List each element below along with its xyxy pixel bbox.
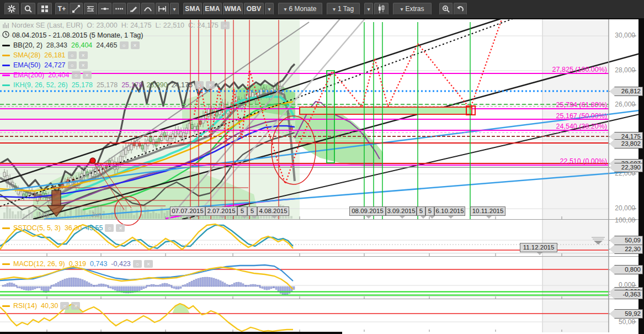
indicator-row-ema200: EMA(200) 20,404 ○ × xyxy=(2,70,230,80)
month-label-jun: Jun xyxy=(91,211,102,219)
period-row: 08.04.2015 - 21.08.2015 (5 Monate, 1 Tag… xyxy=(2,30,230,40)
remove-button[interactable]: × xyxy=(79,51,88,59)
extras-menu-button[interactable]: ▾Extras xyxy=(393,3,432,15)
fibonacci-icon xyxy=(87,5,94,13)
gear-icon xyxy=(8,5,15,13)
date-tag: 10.11.2015 xyxy=(470,206,505,216)
indicator-row-sma: SMA(28) 26,181 ○ × xyxy=(2,50,230,60)
bb-lower-value: 24,465 xyxy=(96,41,117,49)
sma-value: 26,181 xyxy=(44,51,65,59)
rsi-tag-5992: 59,92 xyxy=(609,309,643,319)
text-tool-button[interactable]: T+ xyxy=(55,3,68,15)
bar-chart-icon xyxy=(2,22,9,30)
chevron-down-icon: ▾ xyxy=(284,6,286,12)
indicator-row-ikh: IKH(9, 26, 52, 26) 25,178 25,178 25,178 … xyxy=(2,80,230,90)
ema-button[interactable]: EMA xyxy=(203,3,222,15)
rsi-swatch xyxy=(2,305,10,307)
visibility-button[interactable]: ○ xyxy=(105,224,114,232)
layout-button[interactable] xyxy=(38,3,52,15)
date-tag-sstoc: 11.12.2015 xyxy=(520,243,557,252)
arc-icon xyxy=(144,5,152,13)
range-label: 6 Monate xyxy=(289,5,316,13)
remove-button[interactable]: × xyxy=(144,260,153,268)
chart-type-button[interactable] xyxy=(374,3,388,15)
wma-button[interactable]: WMA xyxy=(223,3,243,15)
measure-tool-button[interactable] xyxy=(156,3,169,15)
chevron-down-icon: ▾ xyxy=(367,6,370,12)
indicator-row-bb: BB(20, 2) 28,343 26,404 24,465 ○ × xyxy=(2,40,230,50)
remove-button[interactable]: × xyxy=(206,81,215,89)
dotted-line-tool-button[interactable] xyxy=(113,3,126,15)
ikh-chikou-value: 24,175 xyxy=(172,81,193,89)
high-label: H: xyxy=(121,22,129,29)
fib-label-618: 25,794 (61.80%) xyxy=(519,101,607,109)
wma-label: WMA xyxy=(225,5,242,13)
remove-button[interactable]: × xyxy=(83,71,92,79)
extras-label: Extras xyxy=(406,5,424,13)
sma-button[interactable]: SMA xyxy=(183,3,202,15)
range-select[interactable]: ▾6 Monate xyxy=(278,3,322,15)
remove-button[interactable]: × xyxy=(79,61,88,69)
rsi-legend: RSI(14) 40,30 ○ × xyxy=(2,301,80,311)
trendline-tool-button[interactable] xyxy=(70,3,83,15)
visibility-button[interactable]: ○ xyxy=(133,260,142,268)
ema50-swatch xyxy=(2,65,10,66)
price-tag-23802: 23,802 xyxy=(609,139,643,149)
horizontal-line-tool-button[interactable] xyxy=(98,3,111,15)
macd-legend: MACD(12, 26, 9) 0,319 0,743 -0,423 ○ × xyxy=(2,259,153,269)
interval-select[interactable]: ▾1 Tag xyxy=(327,3,360,15)
indicators-dropdown-button[interactable]: ▾ xyxy=(265,3,274,15)
trendline-icon xyxy=(72,5,80,13)
chevron-down-icon: ▾ xyxy=(173,6,175,12)
ema200-value: 20,404 xyxy=(48,71,69,79)
high-value: 24,175 xyxy=(130,22,151,29)
remove-button[interactable]: × xyxy=(116,224,125,232)
bb-name: BB(20, 2) xyxy=(13,41,42,49)
tools-dropdown-button[interactable]: ▾ xyxy=(170,3,179,15)
fibonacci-tool-button[interactable] xyxy=(84,3,97,15)
search-button[interactable] xyxy=(21,3,35,15)
ema50-name: EMA(50) xyxy=(13,61,40,69)
ikh-swatch xyxy=(2,84,10,86)
low-value: 22,510 xyxy=(163,22,184,29)
ikh-kijun-value: 25,178 xyxy=(97,81,118,89)
trading-app: T+ ▾ SMA EMA WMA OBV ▾ ▾6 Monate ▾1 Tag … xyxy=(0,0,644,334)
visibility-button[interactable]: ○ xyxy=(60,302,69,310)
interval-label: 1 Tag xyxy=(338,5,354,13)
rsi-value: 40,30 xyxy=(41,302,58,310)
visibility-button[interactable]: ○ xyxy=(68,51,77,59)
search-icon xyxy=(24,5,32,13)
horizontal-line-icon xyxy=(101,5,109,13)
visibility-button[interactable]: ○ xyxy=(195,81,204,89)
settings-button[interactable] xyxy=(4,3,19,15)
red-dot-marker xyxy=(90,158,95,163)
remove-button[interactable]: × xyxy=(131,41,140,49)
open-value: 23,000 xyxy=(96,22,117,29)
arc-tool-button[interactable] xyxy=(141,3,155,15)
date-tag: 5 xyxy=(417,206,425,216)
zoom-in-button[interactable] xyxy=(439,3,453,15)
obv-button[interactable]: OBV xyxy=(244,3,264,15)
bb-mid-value: 26,404 xyxy=(71,41,92,49)
candlestick-icon xyxy=(377,4,385,13)
visibility-button[interactable]: ○ xyxy=(72,71,81,79)
sma-label: SMA xyxy=(185,5,200,13)
sstoc-axis-label-100: 100,00 xyxy=(597,216,635,224)
sstoc-name: SSTOC(5, 5, 3) xyxy=(13,224,61,232)
sstoc-value-1: 36,30 xyxy=(65,224,82,232)
pencil-tool-button[interactable] xyxy=(127,3,140,15)
visibility-button[interactable]: ○ xyxy=(221,22,230,29)
visibility-button[interactable]: ○ xyxy=(68,61,77,69)
fib-label-50: 25,167 (50.00%) xyxy=(519,112,607,120)
remove-button[interactable]: × xyxy=(71,302,80,310)
measure-icon xyxy=(158,5,166,13)
green-rect-annotation xyxy=(327,71,334,163)
bb-swatch xyxy=(2,45,10,46)
chart-type-dropdown-button[interactable]: ▾ xyxy=(364,3,373,15)
chevron-down-icon: ▾ xyxy=(400,6,403,12)
undo-button[interactable] xyxy=(454,3,467,15)
sstoc-value-2: 45,55 xyxy=(86,224,103,232)
visibility-button[interactable]: ○ xyxy=(120,41,129,49)
sstoc-legend: SSTOC(5, 5, 3) 36,30 45,55 ○ × xyxy=(2,223,125,233)
ikh-name: IKH(9, 26, 52, 26) xyxy=(13,81,68,89)
